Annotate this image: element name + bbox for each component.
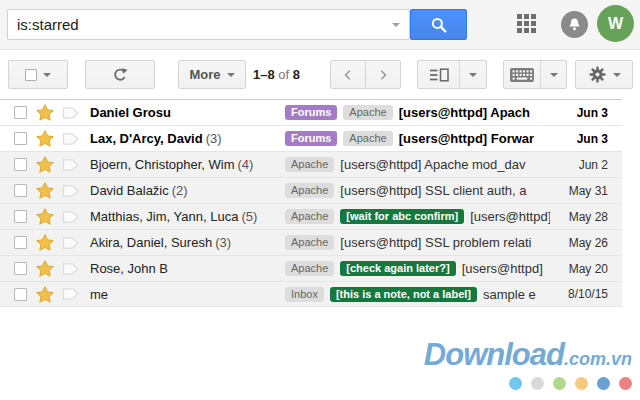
magnifier-icon (430, 16, 448, 34)
sender-name: Rose, John B (90, 261, 168, 276)
label-chip[interactable]: Apache (285, 183, 334, 198)
row-checkbox[interactable] (14, 106, 27, 119)
keyboard-icon (510, 68, 534, 82)
dropdown-caret-icon (469, 73, 477, 77)
label-chip[interactable]: Apache (285, 235, 334, 250)
star-icon[interactable] (36, 286, 54, 303)
thread-count: (2) (172, 183, 188, 198)
sender: Lax, D'Arcy, David(3) (90, 131, 285, 146)
date-label: May 28 (550, 210, 622, 224)
row-checkbox[interactable] (14, 132, 27, 145)
label-chip[interactable]: Forums (285, 105, 337, 120)
importance-marker-icon[interactable] (62, 158, 79, 172)
note-chip[interactable]: [check again later?] (340, 261, 455, 276)
view-toggle-button[interactable] (417, 60, 487, 89)
dropdown-caret-icon (550, 73, 558, 77)
star-icon[interactable] (36, 182, 54, 199)
email-row[interactable]: Daniel Grosu ForumsApache[users@httpd] A… (0, 99, 622, 125)
date-label: May 31 (550, 184, 622, 198)
search-dropdown-caret-icon[interactable] (392, 23, 400, 27)
row-content: Apache[wait for abc confirm][users@httpd… (285, 209, 550, 224)
row-checkbox[interactable] (14, 262, 27, 275)
email-row[interactable]: Matthias, Jim, Yann, Luca(5) Apache[wait… (0, 203, 622, 229)
watermark-text: Download.com.vn (424, 340, 632, 374)
star-icon[interactable] (36, 156, 54, 173)
watermark-dot (509, 377, 522, 390)
watermark-brand: Download (424, 337, 564, 372)
watermark-dots (424, 377, 632, 390)
label-chip[interactable]: Apache (285, 209, 334, 224)
email-row[interactable]: Bjoern, Christopher, Wim(4) Apache[users… (0, 151, 622, 177)
sender-name: me (90, 287, 108, 302)
sender-name: Akira, Daniel, Suresh (90, 235, 212, 250)
row-content: Apache[users@httpd] Apache mod_dav (285, 157, 550, 172)
watermark-suffix: .com.vn (564, 349, 632, 369)
importance-marker-icon[interactable] (62, 236, 79, 250)
gear-icon (588, 65, 607, 84)
bell-icon (567, 17, 582, 32)
star-icon[interactable] (36, 234, 54, 251)
star-icon[interactable] (36, 104, 54, 121)
input-tools-button[interactable] (503, 60, 567, 89)
label-chip[interactable]: Apache (343, 105, 392, 120)
importance-marker-icon[interactable] (62, 210, 79, 224)
more-button[interactable]: More (178, 60, 246, 89)
subject: [users@httpd] SSL client auth, a (340, 183, 526, 198)
row-checkbox[interactable] (14, 184, 27, 197)
watermark-dot (553, 377, 566, 390)
email-row[interactable]: Rose, John B Apache[check again later?][… (0, 255, 622, 281)
row-checkbox[interactable] (14, 288, 27, 301)
note-chip[interactable]: [wait for abc confirm] (340, 209, 464, 224)
row-checkbox[interactable] (14, 210, 27, 223)
row-content: ForumsApache[users@httpd] Apach (285, 105, 550, 120)
subject: [users@httpd] Apach (399, 105, 530, 120)
refresh-button[interactable] (85, 60, 155, 89)
watermark-dot (575, 377, 588, 390)
importance-marker-icon[interactable] (62, 132, 79, 146)
note-chip[interactable]: [this is a note, not a label] (330, 287, 477, 302)
label-chip[interactable]: Forums (285, 131, 337, 146)
row-checkbox[interactable] (14, 236, 27, 249)
label-chip[interactable]: Apache (285, 157, 334, 172)
gmail-window: W More 1–8 of 8 (0, 0, 640, 400)
label-chip[interactable]: Apache (343, 131, 392, 146)
settings-button[interactable] (575, 60, 633, 89)
email-row[interactable]: me Inbox[this is a note, not a label]sam… (0, 281, 622, 307)
older-button[interactable] (365, 60, 401, 89)
newer-button[interactable] (330, 60, 366, 89)
select-checkbox (25, 69, 37, 81)
select-all-button[interactable] (8, 60, 68, 89)
thread-count: (5) (241, 209, 257, 224)
star-icon[interactable] (36, 260, 54, 277)
date-label: Jun 2 (550, 158, 622, 172)
apps-grid-icon[interactable] (517, 14, 537, 34)
label-chip[interactable]: Apache (285, 261, 334, 276)
email-row[interactable]: Akira, Daniel, Suresh(3) Apache[users@ht… (0, 229, 622, 255)
search-button[interactable] (410, 9, 467, 40)
email-row[interactable]: David Balažic(2) Apache[users@httpd] SSL… (0, 177, 622, 203)
watermark-dot (597, 377, 610, 390)
importance-marker-icon[interactable] (62, 262, 79, 276)
star-icon[interactable] (36, 208, 54, 225)
sender: Rose, John B (90, 261, 285, 276)
notifications-button[interactable] (561, 11, 588, 38)
avatar[interactable]: W (597, 5, 634, 42)
importance-marker-icon[interactable] (62, 287, 79, 301)
watermark-dot (619, 377, 632, 390)
sender-name: Matthias, Jim, Yann, Luca (90, 209, 238, 224)
more-label: More (189, 67, 220, 82)
pagination-total: 8 (293, 67, 300, 82)
importance-marker-icon[interactable] (62, 184, 79, 198)
label-chip[interactable]: Inbox (285, 287, 324, 302)
importance-marker-icon[interactable] (62, 106, 79, 120)
date-label: 8/10/15 (550, 287, 622, 301)
subject: [users@httpd] Forwar (399, 131, 534, 146)
row-checkbox[interactable] (14, 158, 27, 171)
sender-name: Bjoern, Christopher, Wim (90, 157, 235, 172)
sender: Bjoern, Christopher, Wim(4) (90, 157, 285, 172)
star-icon[interactable] (36, 130, 54, 147)
toolbar: More 1–8 of 8 (0, 50, 640, 99)
dropdown-caret-icon (43, 73, 51, 77)
search-input[interactable] (7, 9, 410, 40)
email-row[interactable]: Lax, D'Arcy, David(3) ForumsApache[users… (0, 125, 622, 151)
